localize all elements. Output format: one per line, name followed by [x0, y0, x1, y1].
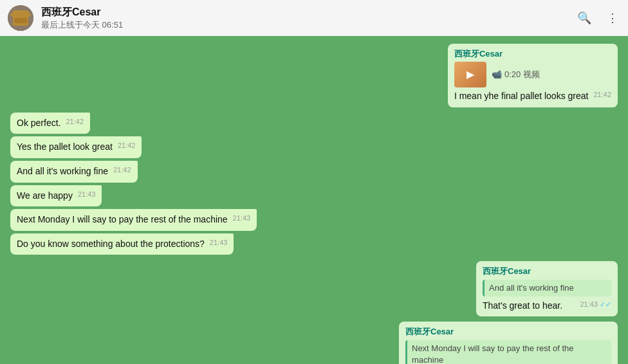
bubble-content: That's great to hear. 21:43 [483, 300, 611, 313]
bubble-text: That's great to hear. [483, 300, 562, 311]
bubble-content: I mean yhe final pallet looks great 21:4… [454, 90, 611, 103]
bubble-sender: 西班牙Cesar [405, 326, 611, 338]
bubble-text: I mean yhe final pallet looks great [454, 91, 589, 101]
video-attachment[interactable]: ▶ 📹 0:20 视频 [454, 62, 611, 87]
video-thumbnail: ▶ [454, 62, 486, 87]
chat-header: 西班牙Cesar 最后上线于今天 06:51 🔍 ⋮ [0, 0, 628, 36]
avatar [8, 5, 33, 31]
svg-rect-3 [28, 13, 31, 17]
bubble-text: Yes the pallet look great [17, 141, 113, 152]
bubble-sender: 西班牙Cesar [454, 48, 611, 60]
bubble-sender: 西班牙Cesar [483, 266, 611, 277]
left-message-group: Ok perfect. 21:42 Yes the pallet look gr… [10, 113, 618, 255]
contact-name: 西班牙Cesar [41, 6, 577, 19]
quoted-text: Next Monday I will say to pay the rest o… [412, 343, 573, 365]
message-row-left-1: Ok perfect. 21:42 [10, 113, 618, 134]
search-icon[interactable]: 🔍 [577, 10, 592, 26]
message-row-right-bottom: 西班牙Cesar Next Monday I will say to pay t… [10, 322, 618, 364]
quoted-text: And all it's working fine [489, 283, 574, 293]
message-row-left-4: We are happy 21:43 [10, 185, 618, 207]
avatar-image [8, 5, 33, 31]
bubble-time: 21:42 [118, 142, 136, 149]
bubble-left-3: And all it's working fine 21:42 [10, 161, 138, 183]
bubble-left-6: Do you know something about the protecti… [10, 233, 234, 255]
bubble-time: 21:43 [210, 239, 228, 246]
video-duration: 0:20 [504, 69, 521, 80]
message-row-left-6: Do you know something about the protecti… [10, 233, 618, 255]
bubble-time: 21:43 [233, 215, 251, 222]
bubble-right-mid: 西班牙Cesar And all it's working fine That'… [476, 261, 618, 316]
bubble-left-5: Next Monday I will say to pay the rest o… [10, 209, 257, 231]
bubble-time: 21:42 [593, 91, 611, 98]
bubble-text: And all it's working fine [17, 166, 108, 176]
header-info: 西班牙Cesar 最后上线于今天 06:51 [41, 6, 577, 31]
video-info: 📹 0:20 视频 [492, 69, 540, 80]
svg-rect-2 [10, 13, 13, 17]
message-row-right-mid: 西班牙Cesar And all it's working fine That'… [10, 261, 618, 316]
play-icon: ▶ [466, 68, 474, 82]
message-row-right-video: 西班牙Cesar ▶ 📹 0:20 视频 I mean yhe final pa… [10, 44, 618, 107]
bubble-text: Ok perfect. [17, 118, 60, 128]
bubble-time: 21:43 [78, 191, 96, 198]
bubble-right-bottom: 西班牙Cesar Next Monday I will say to pay t… [399, 322, 618, 364]
bubble-text: We are happy [17, 190, 73, 201]
bubble-right-video: 西班牙Cesar ▶ 📹 0:20 视频 I mean yhe final pa… [448, 44, 618, 107]
more-options-icon[interactable]: ⋮ [605, 10, 620, 26]
bubble-text: Do you know something about the protecti… [17, 239, 205, 249]
contact-status: 最后上线于今天 06:51 [41, 19, 577, 31]
bubble-time: 21:42 [113, 167, 131, 174]
header-actions: 🔍 ⋮ [577, 10, 620, 26]
svg-rect-4 [14, 18, 27, 23]
chat-area: 西班牙Cesar ▶ 📹 0:20 视频 I mean yhe final pa… [0, 36, 628, 364]
message-row-left-5: Next Monday I will say to pay the rest o… [10, 209, 618, 231]
bubble-text: Next Monday I will say to pay the rest o… [17, 214, 228, 224]
bubble-time: 21:43 [580, 301, 611, 308]
bubble-left-4: We are happy 21:43 [10, 185, 102, 207]
message-row-left-3: And all it's working fine 21:42 [10, 161, 618, 183]
bubble-left-1: Ok perfect. 21:42 [10, 113, 90, 134]
message-row-left-2: Yes the pallet look great 21:42 [10, 136, 618, 158]
bubble-left-2: Yes the pallet look great 21:42 [10, 136, 142, 158]
camera-icon: 📹 [492, 69, 502, 80]
bubble-time: 21:42 [66, 118, 84, 125]
video-label: 视频 [523, 69, 540, 80]
